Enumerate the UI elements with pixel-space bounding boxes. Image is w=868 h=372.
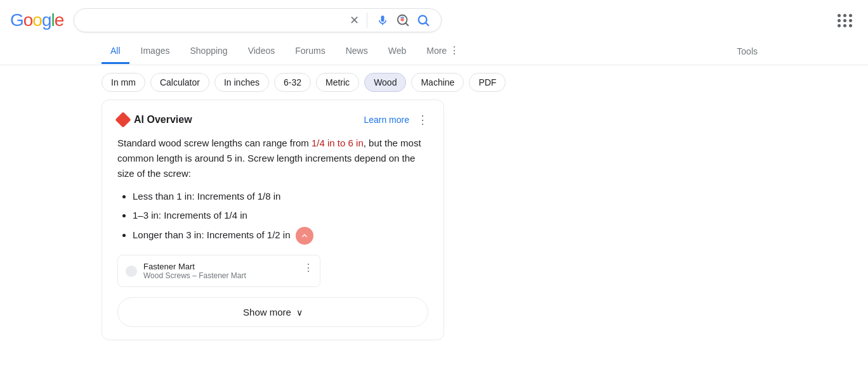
more-dots-icon: ⋮ <box>449 44 459 56</box>
chip-in-mm[interactable]: In mm <box>102 73 145 92</box>
chip-calculator[interactable]: Calculator <box>150 73 209 92</box>
chip-pdf[interactable]: PDF <box>469 73 506 92</box>
source-subtitle: Wood Screws – Fastener Mart <box>143 271 246 280</box>
google-logo: Google <box>10 10 63 30</box>
svg-point-1 <box>401 18 405 21</box>
source-name: Fastener Mart <box>143 262 246 271</box>
ai-learn-more[interactable]: Learn more ⋮ <box>364 113 428 127</box>
chip-machine[interactable]: Machine <box>411 73 464 92</box>
chip-6-32[interactable]: 6-32 <box>274 73 311 92</box>
search-divider <box>367 13 367 28</box>
clear-icon[interactable]: ✕ <box>350 13 359 27</box>
nav-item-images[interactable]: Images <box>132 39 179 64</box>
apps-icon[interactable] <box>832 8 858 33</box>
nav-bar: All Images Shopping Videos Forums News W… <box>0 38 868 65</box>
show-more-button[interactable]: Show more ∨ <box>117 297 428 327</box>
search-bar[interactable]: standard screw lengths ✕ <box>74 8 442 32</box>
ai-bullet-2: 1–3 in: Increments of 1/4 in <box>133 208 428 223</box>
nav-tools[interactable]: Tools <box>728 40 766 63</box>
header: Google standard screw lengths ✕ <box>0 0 868 38</box>
mic-icon[interactable] <box>375 13 390 28</box>
nav-item-news[interactable]: News <box>337 39 377 64</box>
nav-item-videos[interactable]: Videos <box>239 39 284 64</box>
source-info: Fastener Mart Wood Screws – Fastener Mar… <box>143 262 246 280</box>
more-label: More <box>426 46 447 56</box>
learn-more-label: Learn more <box>364 115 409 125</box>
bullet-3-text: Longer than 3 in: Increments of 1/2 in <box>133 229 291 240</box>
nav-item-shopping[interactable]: Shopping <box>181 39 236 64</box>
search-input[interactable]: standard screw lengths <box>84 15 345 26</box>
svg-line-3 <box>426 23 428 25</box>
ai-diamond-icon <box>115 112 131 127</box>
ai-overview-header: AI Overview Learn more ⋮ <box>117 113 428 127</box>
apps-grid <box>838 14 853 27</box>
ai-body-before: Standard wood screw lengths can range fr… <box>117 138 312 148</box>
collapse-button[interactable] <box>296 227 313 245</box>
chips-bar: In mm Calculator In inches 6-32 Metric W… <box>0 65 868 99</box>
ai-overview-body: Standard wood screw lengths can range fr… <box>117 136 428 245</box>
ai-bullet-1: Less than 1 in: Increments of 1/8 in <box>133 189 428 204</box>
nav-item-more[interactable]: More ⋮ <box>418 38 468 65</box>
nav-item-forums[interactable]: Forums <box>286 39 334 64</box>
nav-item-all[interactable]: All <box>102 39 129 64</box>
three-dots-icon[interactable]: ⋮ <box>417 113 428 127</box>
ai-overview-title: AI Overview <box>134 114 192 125</box>
ai-bullet-3: Longer than 3 in: Increments of 1/2 in <box>133 227 428 245</box>
chip-metric[interactable]: Metric <box>316 73 359 92</box>
chip-in-inches[interactable]: In inches <box>214 73 269 92</box>
source-citation[interactable]: Fastener Mart Wood Screws – Fastener Mar… <box>117 255 320 287</box>
ai-title-left: AI Overview <box>117 114 192 125</box>
search-icon[interactable] <box>416 13 431 28</box>
source-dots-icon[interactable]: ⋮ <box>303 262 313 274</box>
show-more-label: Show more <box>243 307 291 317</box>
chevron-down-icon: ∨ <box>296 307 303 317</box>
source-favicon <box>126 266 137 277</box>
ai-body-highlight: 1/4 in to 6 in <box>312 138 364 148</box>
nav-item-web[interactable]: Web <box>379 39 416 64</box>
lens-icon[interactable] <box>395 13 411 28</box>
chip-wood[interactable]: Wood <box>364 73 406 92</box>
ai-bullets-list: Less than 1 in: Increments of 1/8 in 1–3… <box>122 189 428 245</box>
main-content: AI Overview Learn more ⋮ Standard wood s… <box>0 99 546 340</box>
ai-overview: AI Overview Learn more ⋮ Standard wood s… <box>102 99 444 340</box>
